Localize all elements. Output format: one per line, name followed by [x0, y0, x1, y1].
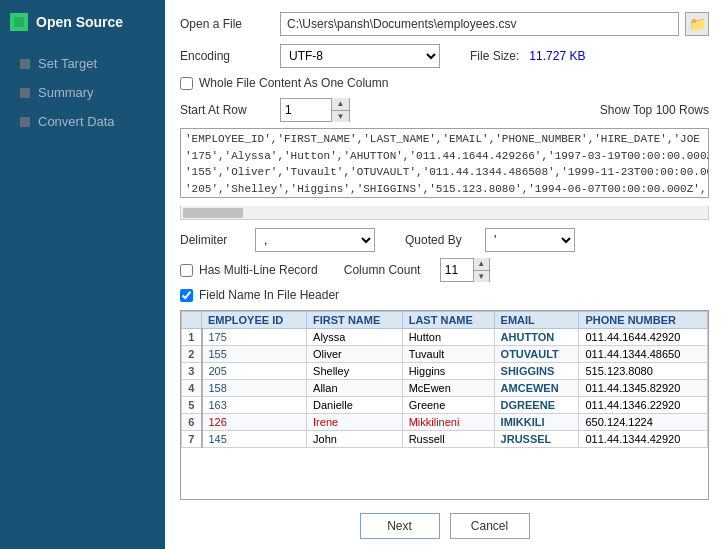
- multiline-row: Has Multi-Line Record Column Count ▲ ▼: [180, 258, 709, 282]
- column-count-up-button[interactable]: ▲: [473, 258, 489, 271]
- start-row-spinner: ▲ ▼: [280, 98, 350, 122]
- delimiter-label: Delimiter: [180, 233, 245, 247]
- open-source-icon: [10, 13, 28, 31]
- cell-row-num: 7: [182, 431, 202, 448]
- start-row-spinner-buttons: ▲ ▼: [331, 98, 349, 122]
- sidebar-title-label: Open Source: [36, 14, 123, 30]
- table-row: 3205ShelleyHigginsSHIGGINS515.123.8080: [182, 363, 708, 380]
- cell-row-num: 5: [182, 397, 202, 414]
- cell-col-email: IMIKKILI: [494, 414, 579, 431]
- sidebar-item-set-target[interactable]: Set Target: [0, 49, 165, 78]
- whole-file-label: Whole File Content As One Column: [199, 76, 388, 90]
- start-row-container: Start At Row ▲ ▼ Show Top 100 Rows: [180, 98, 709, 122]
- file-size-value: 11.727 KB: [529, 49, 585, 63]
- open-file-label: Open a File: [180, 17, 270, 31]
- sidebar-dot-convert-data: [20, 117, 30, 127]
- sidebar-item-label-convert-data: Convert Data: [38, 114, 115, 129]
- table-row: 7145JohnRussellJRUSSEL011.44.1344.42920: [182, 431, 708, 448]
- cell-col-last: Greene: [402, 397, 494, 414]
- col-header-phone-number: PHONE NUMBER: [579, 312, 708, 329]
- has-multiline-checkbox[interactable]: [180, 264, 193, 277]
- cell-col-first: Danielle: [307, 397, 403, 414]
- preview-hscrollbar[interactable]: [180, 206, 709, 220]
- cell-col-phone: 650.124.1224: [579, 414, 708, 431]
- cell-col-id: 158: [202, 380, 307, 397]
- table-row: 2155OliverTuvaultOTUVAULT011.44.1344.486…: [182, 346, 708, 363]
- field-name-label: Field Name In File Header: [199, 288, 339, 302]
- cell-col-phone: 011.44.1344.48650: [579, 346, 708, 363]
- column-count-down-button[interactable]: ▼: [473, 271, 489, 283]
- cell-col-email: JRUSSEL: [494, 431, 579, 448]
- sidebar-dot-set-target: [20, 59, 30, 69]
- sidebar-item-convert-data[interactable]: Convert Data: [0, 107, 165, 136]
- show-top-label: Show Top 100 Rows: [600, 103, 709, 117]
- start-row-label: Start At Row: [180, 103, 270, 117]
- bottom-bar: Next Cancel: [180, 508, 709, 539]
- cell-col-last: Russell: [402, 431, 494, 448]
- cell-col-first: Irene: [307, 414, 403, 431]
- sidebar-item-label-summary: Summary: [38, 85, 94, 100]
- cell-col-id: 175: [202, 329, 307, 346]
- file-browse-button[interactable]: 📁: [685, 12, 709, 36]
- whole-file-row: Whole File Content As One Column: [180, 76, 709, 90]
- field-name-checkbox[interactable]: [180, 289, 193, 302]
- file-size-label: File Size:: [470, 49, 519, 63]
- cell-row-num: 4: [182, 380, 202, 397]
- field-name-row: Field Name In File Header: [180, 288, 709, 302]
- start-row-input[interactable]: [281, 99, 331, 121]
- quoted-by-label: Quoted By: [405, 233, 475, 247]
- preview-text: 'EMPLOYEE_ID','FIRST_NAME','LAST_NAME','…: [185, 131, 704, 197]
- cell-col-email: SHIGGINS: [494, 363, 579, 380]
- next-button[interactable]: Next: [360, 513, 440, 539]
- col-header-email: EMAIL: [494, 312, 579, 329]
- cell-col-email: AMCEWEN: [494, 380, 579, 397]
- cell-row-num: 6: [182, 414, 202, 431]
- main-content: Open a File 📁 Encoding UTF-8 File Size: …: [165, 0, 724, 549]
- col-header-employee-id: EMPLOYEE ID: [202, 312, 307, 329]
- sidebar-item-label-set-target: Set Target: [38, 56, 97, 71]
- encoding-select[interactable]: UTF-8: [280, 44, 440, 68]
- cell-col-phone: 515.123.8080: [579, 363, 708, 380]
- cell-row-num: 1: [182, 329, 202, 346]
- column-count-spinner-buttons: ▲ ▼: [473, 258, 489, 282]
- col-header-last-name: LAST NAME: [402, 312, 494, 329]
- whole-file-checkbox[interactable]: [180, 77, 193, 90]
- cell-col-first: Allan: [307, 380, 403, 397]
- cell-col-id: 163: [202, 397, 307, 414]
- preview-area[interactable]: 'EMPLOYEE_ID','FIRST_NAME','LAST_NAME','…: [180, 128, 709, 198]
- table-row: 5163DanielleGreeneDGREENE011.44.1346.229…: [182, 397, 708, 414]
- quoted-by-select[interactable]: ': [485, 228, 575, 252]
- cell-col-first: John: [307, 431, 403, 448]
- data-table-container[interactable]: EMPLOYEE IDFIRST NAMELAST NAMEEMAILPHONE…: [180, 310, 709, 500]
- sidebar-dot-summary: [20, 88, 30, 98]
- column-count-input[interactable]: [441, 259, 473, 281]
- cell-col-last: Hutton: [402, 329, 494, 346]
- sidebar-item-summary[interactable]: Summary: [0, 78, 165, 107]
- sidebar: Open Source Set Target Summary Convert D…: [0, 0, 165, 549]
- data-table: EMPLOYEE IDFIRST NAMELAST NAMEEMAILPHONE…: [181, 311, 708, 448]
- cell-col-first: Oliver: [307, 346, 403, 363]
- file-input-container: 📁: [280, 12, 709, 36]
- delimiter-select[interactable]: ,: [255, 228, 375, 252]
- cell-col-first: Shelley: [307, 363, 403, 380]
- open-file-row: Open a File 📁: [180, 12, 709, 36]
- file-path-input[interactable]: [280, 12, 679, 36]
- cell-col-phone: 011.44.1346.22920: [579, 397, 708, 414]
- cell-col-id: 155: [202, 346, 307, 363]
- has-multiline-label: Has Multi-Line Record: [199, 263, 318, 277]
- start-row-up-button[interactable]: ▲: [331, 98, 349, 111]
- column-count-label: Column Count: [344, 263, 434, 277]
- cell-col-first: Alyssa: [307, 329, 403, 346]
- cell-row-num: 3: [182, 363, 202, 380]
- cell-col-email: OTUVAULT: [494, 346, 579, 363]
- col-header-num: [182, 312, 202, 329]
- col-header-first-name: FIRST NAME: [307, 312, 403, 329]
- start-row-down-button[interactable]: ▼: [331, 111, 349, 123]
- cell-col-id: 205: [202, 363, 307, 380]
- cell-col-email: AHUTTON: [494, 329, 579, 346]
- cell-col-id: 126: [202, 414, 307, 431]
- cell-col-last: Mikkilineni: [402, 414, 494, 431]
- encoding-row: Encoding UTF-8 File Size: 11.727 KB: [180, 44, 709, 68]
- cancel-button[interactable]: Cancel: [450, 513, 530, 539]
- cell-col-email: DGREENE: [494, 397, 579, 414]
